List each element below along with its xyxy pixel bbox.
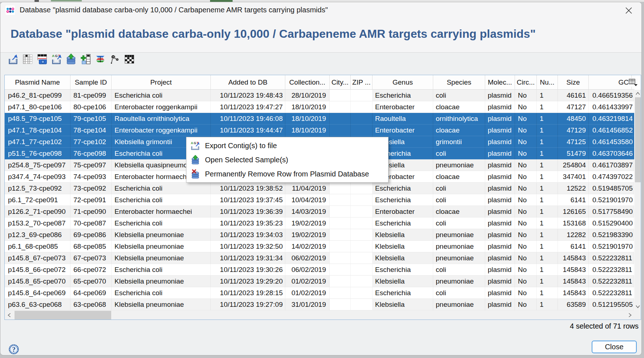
cell-molecule: plasmid — [485, 183, 515, 194]
cell-gc: 0.522232811 — [589, 276, 634, 287]
horizontal-scroll-thumb[interactable] — [15, 311, 111, 320]
cell-gc: 0.461703897 — [589, 159, 634, 171]
open-sample-button[interactable] — [66, 53, 77, 65]
help-icon[interactable]: ? — [8, 344, 19, 355]
cell-circular: No — [515, 206, 537, 217]
table-row[interactable]: p48.5_79-cpe10579-cpe105Raoultella ornit… — [5, 113, 635, 125]
table-snapshot-button[interactable] — [37, 53, 48, 65]
table-row[interactable]: p145.8_67-cpe07367-cpe073Klebsiella pneu… — [5, 252, 635, 264]
column-header-number[interactable]: Nu... — [537, 75, 558, 89]
table-row[interactable]: p12.5_73-cpe09273-cpe092Escherichia coli… — [5, 183, 635, 194]
column-header-plasmid-name[interactable]: Plasmid Name — [5, 75, 71, 89]
column-header-molecule[interactable]: Molec... — [485, 75, 515, 89]
cell-number: 1 — [537, 299, 558, 310]
vertical-scroll-thumb[interactable] — [635, 97, 641, 182]
table-row[interactable]: p6.1_72-cpe09172-cpe091Escherichia coli1… — [5, 194, 635, 206]
column-header-city[interactable]: City... — [330, 75, 351, 89]
table-row[interactable]: p145.8_66-cpe07266-cpe072Escherichia col… — [5, 264, 635, 276]
menu-item-export-contigs[interactable]: A G T Export Contig(s) to file — [187, 139, 388, 153]
cell-species: coli — [433, 90, 485, 101]
scroll-left-icon[interactable] — [7, 312, 12, 318]
column-header-zip[interactable]: ZIP ... — [351, 75, 373, 89]
cell-collection-date: 01/02/2019 — [285, 276, 330, 287]
column-header-genus[interactable]: Genus — [373, 75, 433, 89]
table-row[interactable]: p145.8_65-cpe07065-cpe070Klebsiella pneu… — [5, 276, 635, 287]
table-grid-button[interactable] — [22, 53, 33, 65]
table-row[interactable]: p12.3_69-cpe08669-cpe086Klebsiella pneum… — [5, 229, 635, 241]
close-button[interactable]: Close — [592, 341, 637, 353]
cell-sample-id: 68-cpe085 — [71, 241, 112, 252]
cell-molecule: plasmid — [485, 241, 515, 252]
horizontal-scrollbar[interactable] — [5, 310, 635, 320]
column-header-project[interactable]: Project — [112, 75, 211, 89]
cell-collection-date: 28/10/2019 — [285, 90, 330, 101]
column-header-collection-date[interactable]: Collection... — [285, 75, 330, 89]
scroll-right-icon[interactable] — [627, 312, 633, 318]
cell-plasmid-name: p145.8_65-cpe070 — [5, 276, 71, 287]
menu-item-open-sample[interactable]: Open Selected Sample(s) — [187, 153, 388, 167]
menu-item-remove-row[interactable]: Permanently Remove Row from Plasmid Data… — [187, 167, 388, 181]
cell-number: 1 — [537, 113, 558, 125]
cell-plasmid-name: p12.5_73-cpe092 — [5, 183, 71, 194]
pattern-table-button[interactable] — [124, 53, 135, 65]
cell-city — [330, 206, 351, 217]
cell-city — [330, 217, 351, 229]
cell-number: 1 — [537, 229, 558, 241]
cell-collection-date: 14/02/2019 — [285, 241, 330, 252]
cell-size: 47127 — [558, 101, 589, 113]
vertical-scrollbar[interactable] — [635, 90, 641, 310]
cell-gc: 0.517758490 — [589, 206, 634, 217]
cell-size: 145843 — [558, 287, 589, 299]
table-row[interactable]: p47.1_80-cpe10680-cpe106Enterobacter rog… — [5, 101, 635, 113]
cell-sample-id: 81-cpe099 — [71, 90, 112, 101]
cell-size: 126165 — [558, 206, 589, 217]
cell-genus: Klebsiella — [373, 241, 433, 252]
cell-size: 47125 — [558, 136, 589, 148]
cell-collection-date: 06/02/2019 — [285, 264, 330, 276]
cell-number: 1 — [537, 136, 558, 148]
table-row[interactable]: p145.8_64-cpe06964-cpe069Escherichia col… — [5, 287, 635, 299]
cell-plasmid-name: p48.5_79-cpe105 — [5, 113, 71, 125]
cell-genus: Escherichia — [373, 217, 433, 229]
cell-molecule: plasmid — [485, 299, 515, 310]
column-chooser-icon[interactable] — [628, 78, 638, 87]
cell-circular: No — [515, 183, 537, 194]
cell-number: 1 — [537, 264, 558, 276]
table-row[interactable]: p63.6_63-cpe06863-cpe068Klebsiella pneum… — [5, 299, 635, 310]
node-graph-button[interactable] — [109, 53, 120, 65]
export-contigs-button[interactable]: AGT — [51, 53, 62, 65]
cell-gc: 0.519485705 — [589, 183, 634, 194]
scroll-up-icon[interactable] — [635, 91, 641, 97]
table-row[interactable]: p6.1_68-cpe08568-cpe085Klebsiella pneumo… — [5, 241, 635, 252]
scroll-down-icon[interactable] — [635, 304, 641, 309]
add-column-icon — [80, 53, 91, 65]
remove-row-icon — [190, 169, 200, 179]
add-column-button[interactable] — [80, 53, 91, 65]
cell-collection-date: 01/02/2019 — [285, 287, 330, 299]
cell-size: 51479 — [558, 148, 589, 159]
column-header-circular[interactable]: Circ... — [515, 75, 537, 89]
scrollbar-corner — [635, 310, 641, 320]
close-icon[interactable] — [623, 6, 634, 15]
svg-text:G: G — [194, 141, 196, 145]
context-menu: A G T Export Contig(s) to file Open — [186, 137, 389, 183]
cell-added-to-db: 10/11/2023 19:38:52 — [211, 183, 285, 194]
column-header-gc[interactable]: GC — [589, 75, 632, 89]
column-header-size[interactable]: Size — [558, 75, 589, 89]
cell-size: 254804 — [558, 159, 589, 171]
column-header-species[interactable]: Species — [433, 75, 485, 89]
cell-genus: Escherichia — [373, 183, 433, 194]
column-header-added-to-db[interactable]: Added to DB — [211, 75, 285, 89]
cell-species: coli — [433, 287, 485, 299]
sort-rows-button[interactable] — [95, 53, 106, 65]
cell-plasmid-name: p12.3_69-cpe086 — [5, 229, 71, 241]
table-row[interactable]: p47.1_78-cpe10478-cpe104Enterobacter rog… — [5, 125, 635, 136]
table-row[interactable]: p126.2_71-cpe09071-cpe090Enterobacter ho… — [5, 206, 635, 217]
cell-size: 12282 — [558, 229, 589, 241]
cell-sample-id: 76-cpe098 — [71, 148, 112, 159]
cell-number: 1 — [537, 217, 558, 229]
column-header-sample-id[interactable]: Sample ID — [71, 75, 112, 89]
table-row[interactable]: p153.2_70-cpe08770-cpe087Escherichia col… — [5, 217, 635, 229]
export-table-button[interactable] — [8, 53, 19, 65]
table-row[interactable]: p46.2_81-cpe09981-cpe099Escherichia coli… — [5, 90, 635, 101]
